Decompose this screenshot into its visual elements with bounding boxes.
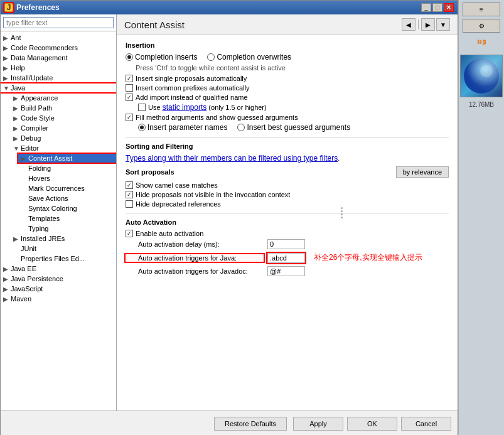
- forward-button[interactable]: ▶: [421, 18, 435, 31]
- tree-item-java-persistence[interactable]: ▶ Java Persistence: [1, 274, 116, 284]
- use-static-check[interactable]: Use static imports (only 1.5 or higher): [138, 103, 449, 112]
- arrow-icon: ▶: [3, 45, 11, 51]
- tree-item-templates[interactable]: Templates: [1, 213, 116, 223]
- checkbox-add-import[interactable]: [126, 94, 133, 101]
- back-button[interactable]: ◀: [402, 18, 416, 31]
- checkbox-hide-not-visible[interactable]: [126, 191, 133, 198]
- checkbox-enable-auto[interactable]: [126, 230, 133, 237]
- checkbox-camel-case[interactable]: [126, 181, 133, 189]
- settings-content: Insertion Completion inserts Completion …: [117, 35, 458, 411]
- radio-best-guessed[interactable]: [237, 124, 245, 131]
- tree-item-properties[interactable]: Properties Files Ed...: [1, 254, 116, 264]
- tree-item-java[interactable]: ▼ Java: [1, 83, 116, 93]
- insert-param-names-option[interactable]: Insert parameter names: [138, 123, 227, 132]
- close-button[interactable]: ✕: [444, 3, 454, 12]
- java-triggers-input[interactable]: [267, 253, 305, 263]
- maximize-button[interactable]: □: [432, 3, 442, 12]
- hide-not-visible-label: Hide proposals not visible in the invoca…: [136, 191, 290, 198]
- tree-item-appearance[interactable]: ▶ Appearance: [1, 93, 116, 103]
- history-dropdown[interactable]: ▼: [436, 18, 450, 31]
- checkbox-insert-single[interactable]: [126, 75, 133, 82]
- tree-item-help[interactable]: ▶ Help: [1, 63, 116, 73]
- svg-point-1: [480, 65, 493, 77]
- static-imports-link[interactable]: static imports: [163, 103, 207, 112]
- tree-label: Installed JREs: [21, 235, 65, 242]
- fill-method-label: Fill method arguments and show guessed a…: [136, 114, 298, 121]
- hide-deprecated-check[interactable]: Hide deprecated references: [126, 200, 449, 208]
- tree-item-code-style[interactable]: ▶ Code Style: [1, 113, 116, 123]
- tree-item-save-actions[interactable]: Save Actions: [1, 193, 116, 203]
- tree-item-content-assist[interactable]: ▶ Content Assist: [1, 153, 116, 163]
- radio-param-names[interactable]: [138, 124, 146, 131]
- tree-item-javascript[interactable]: ▶ JavaScript: [1, 284, 116, 294]
- radio-overwrites[interactable]: [207, 53, 215, 61]
- insert-common-check[interactable]: Insert common prefixes automatically: [126, 84, 449, 92]
- tree-item-build-path[interactable]: ▶ Build Path: [1, 103, 116, 113]
- ok-button[interactable]: OK: [347, 417, 397, 431]
- tree-label: Java: [11, 84, 25, 92]
- javadoc-triggers-input[interactable]: [267, 266, 305, 276]
- tree-item-maven[interactable]: ▶ Maven: [1, 294, 116, 304]
- side-button-2[interactable]: ⚙: [463, 19, 500, 33]
- type-filters-link[interactable]: type filters: [303, 154, 338, 163]
- insert-single-check[interactable]: Insert single proposals automatically: [126, 75, 449, 82]
- tree-label: JavaScript: [11, 285, 43, 293]
- auto-activation-title: Auto Activation: [126, 218, 449, 226]
- arrow-icon: ▶: [3, 55, 11, 62]
- side-number: »₃: [477, 35, 486, 47]
- window-title: Preferences: [16, 3, 421, 12]
- tree-item-install-update[interactable]: ▶ Install/Update: [1, 73, 116, 83]
- camel-case-check[interactable]: Show camel case matches: [126, 181, 449, 189]
- filter-input[interactable]: [3, 17, 114, 28]
- tree-item-compiler[interactable]: ▶ Compiler: [1, 123, 116, 133]
- sorting-section-title: Sorting and Filtering: [126, 142, 449, 150]
- checkbox-use-static[interactable]: [138, 104, 146, 111]
- completion-hint: Press 'Ctrl' to toggle while content ass…: [136, 64, 449, 72]
- apply-button[interactable]: Apply: [293, 417, 343, 431]
- checkbox-fill-method[interactable]: [126, 114, 133, 121]
- tree-item-installed-jres[interactable]: ▶ Installed JREs: [1, 234, 116, 244]
- tree-item-data-management[interactable]: ▶ Data Management: [1, 53, 116, 63]
- tree-item-junit[interactable]: JUnit: [1, 244, 116, 254]
- arrow-icon: ▶: [3, 276, 11, 282]
- camel-case-label: Show camel case matches: [136, 181, 218, 189]
- add-import-check[interactable]: Add import instead of qualified name: [126, 94, 449, 101]
- tree-item-ant[interactable]: ▶ Ant: [1, 33, 116, 43]
- divider1: [126, 137, 449, 137]
- tree-item-editor[interactable]: ▼ Editor: [1, 143, 116, 153]
- filter-text: Types along with their members can be fi…: [126, 154, 303, 163]
- tree-label: Typing: [28, 225, 48, 232]
- cancel-button[interactable]: Cancel: [401, 417, 451, 431]
- checkbox-hide-deprecated[interactable]: [126, 200, 133, 208]
- insert-best-guessed-option[interactable]: Insert best guessed arguments: [237, 123, 350, 132]
- completion-inserts-option[interactable]: Completion inserts: [126, 53, 197, 62]
- insert-best-label: Insert best guessed arguments: [247, 123, 350, 132]
- tree-item-code-recommenders[interactable]: ▶ Code Recommenders: [1, 43, 116, 53]
- fill-method-check[interactable]: Fill method arguments and show guessed a…: [126, 114, 449, 121]
- tree-item-syntax-coloring[interactable]: Syntax Coloring: [1, 203, 116, 213]
- tree-item-debug[interactable]: ▶ Debug: [1, 133, 116, 143]
- sort-value-button[interactable]: by relevance: [396, 166, 449, 178]
- tree-item-typing[interactable]: Typing: [1, 223, 116, 234]
- restore-defaults-button[interactable]: Restore Defaults: [214, 417, 287, 431]
- tree-item-hovers[interactable]: Hovers: [1, 173, 116, 183]
- checkbox-insert-common[interactable]: [126, 84, 133, 92]
- delay-input[interactable]: [267, 239, 305, 249]
- arrow-icon: ▶: [21, 155, 28, 162]
- tree-item-folding[interactable]: Folding: [1, 163, 116, 173]
- insert-param-label: Insert parameter names: [147, 123, 227, 132]
- radio-inserts[interactable]: [126, 53, 133, 61]
- hide-not-visible-check[interactable]: Hide proposals not visible in the invoca…: [126, 191, 449, 198]
- tree-label: JUnit: [21, 245, 36, 252]
- side-size-label: 12.76MB: [469, 101, 494, 108]
- resize-handle[interactable]: [340, 14, 343, 411]
- tree-label: Content Assist: [28, 154, 72, 162]
- tree-item-mark-occurrences[interactable]: Mark Occurrences: [1, 183, 116, 193]
- side-button-1[interactable]: ≡: [463, 3, 500, 16]
- annotation-text: 补全26个字母,实现全键输入提示: [314, 252, 422, 263]
- tree-item-java-ee[interactable]: ▶ Java EE: [1, 264, 116, 274]
- arrow-icon: ▶: [3, 296, 11, 303]
- completion-overwrites-option[interactable]: Completion overwrites: [207, 53, 291, 62]
- minimize-button[interactable]: _: [421, 3, 431, 12]
- enable-auto-check[interactable]: Enable auto activation: [126, 230, 449, 237]
